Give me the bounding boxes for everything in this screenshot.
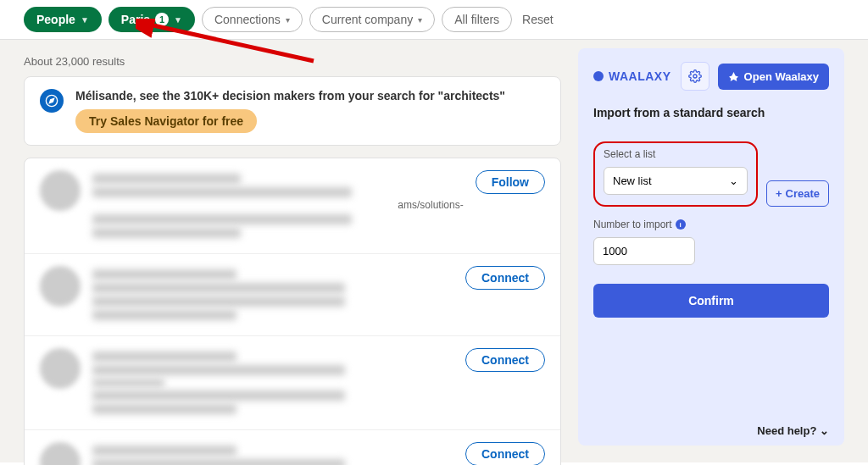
avatar [40,266,81,307]
results-column: About 23,000 results Mélisande, see the … [24,48,561,454]
open-waalaxy-label: Open Waalaxy [744,70,819,83]
list-dropdown-value: New list [613,174,652,187]
highlight-select-list: Select a list New list ⌄ [593,141,758,207]
panel-header: WAALAXY Open Waalaxy [593,62,829,91]
info-icon[interactable]: i [676,219,686,230]
select-list-label: Select a list [604,148,748,160]
visible-text-fragment: ams/solutions- [92,199,464,211]
blurred-name [92,446,236,456]
filter-connections-label: Connections [214,13,281,26]
avatar [40,170,81,211]
promo-card: Mélisande, see the 310K+ decision makers… [24,76,561,146]
create-label: Create [786,187,820,200]
blurred-title [92,283,345,293]
avatar [40,442,81,465]
filter-location[interactable]: Paris 1 ▼ [108,7,195,32]
compass-icon [40,89,64,113]
waalaxy-panel: WAALAXY Open Waalaxy Import from a stand… [578,48,844,446]
blurred-title [92,365,345,375]
connect-button[interactable]: Connect [465,442,545,465]
promo-headline: Mélisande, see the 310K+ decision makers… [75,89,505,102]
blurred-detail [92,390,345,401]
select-row: Select a list New list ⌄ + Create [593,141,829,219]
blurred-detail [92,214,352,224]
filter-people[interactable]: People ▼ [24,7,102,32]
blurred-title [92,459,345,465]
brand-name: WAALAXY [609,69,671,83]
number-label: Number to import i [593,219,829,230]
blurred-detail [92,228,241,238]
promo-cta-button[interactable]: Try Sales Navigator for free [75,109,257,133]
filter-connections[interactable]: Connections ▾ [202,7,303,32]
svg-point-3 [693,75,697,78]
filter-company-label: Current company [322,13,413,26]
confirm-button[interactable]: Confirm [593,284,829,318]
filter-bar: People ▼ Paris 1 ▼ Connections ▾ Current… [0,0,868,40]
chevron-down-icon: ▼ [81,15,89,25]
blurred-location [92,379,164,387]
filter-location-count: 1 [155,13,169,26]
filter-people-label: People [36,13,75,26]
blurred-detail [92,296,345,307]
result-item[interactable]: ams/solutions- Follow [25,158,560,254]
result-list: ams/solutions- Follow Connect [24,158,561,465]
result-body [92,348,453,418]
result-body [92,266,453,324]
gear-icon [688,69,702,83]
follow-button[interactable]: Follow [476,170,545,194]
result-item[interactable]: Connect [25,430,560,465]
create-list-button[interactable]: + Create [766,180,829,207]
chevron-down-icon: ▾ [418,15,422,25]
plus-icon: + [776,187,782,200]
blurred-name [92,352,236,362]
chevron-down-icon: ▼ [174,15,182,25]
result-body [92,442,453,465]
rocket-icon [728,71,739,82]
brand: WAALAXY [593,69,672,83]
filter-all-label: All filters [454,13,499,26]
brand-logo-icon [593,71,604,81]
chevron-down-icon: ⌄ [820,424,829,437]
number-to-import-input[interactable] [593,237,695,265]
connect-button[interactable]: Connect [465,348,545,372]
avatar [40,348,81,389]
open-waalaxy-button[interactable]: Open Waalaxy [718,64,829,90]
settings-button[interactable] [681,62,709,91]
promo-body: Mélisande, see the 310K+ decision makers… [75,89,505,133]
result-body: ams/solutions- [92,170,464,241]
result-item[interactable]: Connect [25,336,560,430]
blurred-name [92,174,241,184]
panel-title: Import from a standard search [593,106,829,119]
filter-company[interactable]: Current company ▾ [309,7,435,32]
chevron-down-icon: ▾ [286,15,290,25]
list-dropdown[interactable]: New list ⌄ [604,167,748,195]
content-area: About 23,000 results Mélisande, see the … [0,40,868,462]
blurred-title [92,187,352,197]
blurred-name [92,269,236,280]
result-item[interactable]: Connect [25,254,560,336]
blurred-detail [92,404,236,414]
blurred-detail [92,310,236,320]
filter-all[interactable]: All filters [442,7,512,32]
connect-button[interactable]: Connect [465,266,545,290]
svg-marker-2 [49,98,53,102]
reset-link[interactable]: Reset [522,13,554,26]
chevron-down-icon: ⌄ [729,174,738,187]
results-count: About 23,000 results [24,55,561,68]
filter-location-label: Paris [121,13,150,26]
need-help-link[interactable]: Need help? ⌄ [593,411,829,437]
